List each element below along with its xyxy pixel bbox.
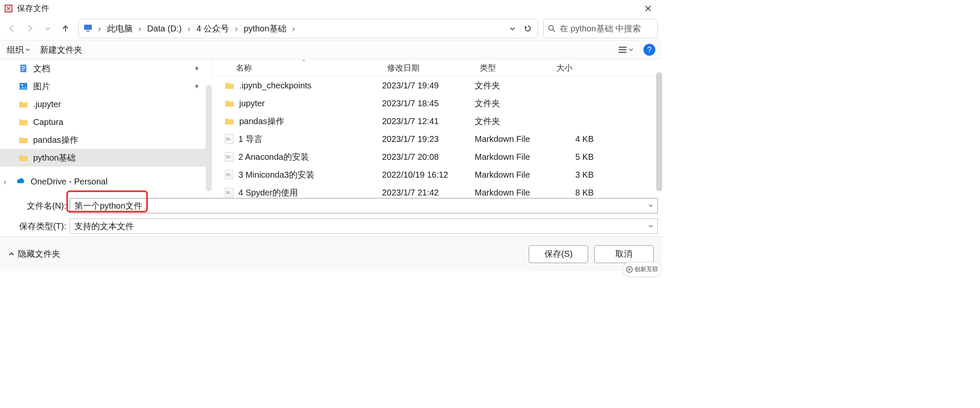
titlebar: 保存文件 xyxy=(0,0,662,17)
file-date: 2023/1/7 18:45 xyxy=(382,99,475,108)
sidebar-item-pictures[interactable]: 图片 xyxy=(0,77,212,95)
sidebar-item-pythonbasic[interactable]: python基础 xyxy=(0,149,212,167)
hide-folders-toggle[interactable]: 隐藏文件夹 xyxy=(8,248,60,260)
sidebar-item-label: 文档 xyxy=(33,63,50,74)
file-name: pandas操作 xyxy=(239,116,284,127)
file-date: 2023/1/7 19:23 xyxy=(382,134,475,144)
chevron-right-icon[interactable]: › xyxy=(3,177,6,187)
list-item[interactable]: M↓1 导言2023/1/7 19:23Markdown File4 KB xyxy=(212,130,662,148)
save-file-dialog: 保存文件 › 此电脑 › Data (D:) › 4 公众号 xyxy=(0,0,662,277)
sidebar-scrollbar[interactable] xyxy=(206,85,212,191)
new-folder-button[interactable]: 新建文件夹 xyxy=(40,44,82,56)
help-button[interactable]: ? xyxy=(643,44,655,56)
toolbar: 组织 新建文件夹 ? xyxy=(0,40,662,60)
sidebar-item-label: Captura xyxy=(33,117,63,127)
search-placeholder: 在 python基础 中搜索 xyxy=(560,23,641,34)
column-header-type[interactable]: 类型 xyxy=(475,62,551,74)
window-title: 保存文件 xyxy=(17,3,49,14)
svg-point-9 xyxy=(21,84,23,86)
list-item[interactable]: pandas操作2023/1/7 12:41文件夹 xyxy=(212,112,662,130)
pc-icon xyxy=(83,23,94,34)
breadcrumb-item-folder2[interactable]: python基础 xyxy=(241,21,290,36)
file-name: jupyter xyxy=(239,99,265,108)
breadcrumb-bar[interactable]: › 此电脑 › Data (D:) › 4 公众号 › python基础 › xyxy=(78,19,538,38)
sidebar-item-jupyter[interactable]: .jupyter xyxy=(0,95,212,113)
pin-icon xyxy=(194,83,200,89)
nav-back-button[interactable] xyxy=(4,21,20,36)
refresh-button[interactable] xyxy=(521,22,535,35)
list-item[interactable]: M↓3 Miniconda3的安装2022/10/19 16:12Markdow… xyxy=(212,166,662,184)
sidebar-item-label: python基础 xyxy=(33,152,76,164)
breadcrumb-item-folder1[interactable]: 4 公众号 xyxy=(193,21,232,36)
chevron-right-icon[interactable]: › xyxy=(292,24,296,34)
chevron-right-icon[interactable]: › xyxy=(187,24,191,34)
background-area xyxy=(0,277,980,408)
svg-point-3 xyxy=(549,26,553,30)
chevron-right-icon[interactable]: › xyxy=(234,24,239,34)
view-options-button[interactable] xyxy=(618,46,633,54)
file-name: 3 Miniconda3的安装 xyxy=(238,169,314,181)
nav-up-button[interactable] xyxy=(58,21,73,36)
search-icon xyxy=(548,25,555,32)
sidebar-item-label: pandas操作 xyxy=(33,134,78,146)
file-type: Markdown File xyxy=(475,170,551,180)
list-item[interactable]: .ipynb_checkpoints2023/1/7 19:49文件夹 xyxy=(212,76,662,94)
file-type: Markdown File xyxy=(475,152,551,162)
svg-rect-5 xyxy=(22,66,25,67)
chevron-right-icon[interactable]: › xyxy=(97,24,102,34)
sidebar-item-captura[interactable]: Captura xyxy=(0,113,212,131)
file-list: ⌃ 名称 修改日期 类型 大小 .ipynb_checkpoints2023/1… xyxy=(212,60,662,196)
nav-recent-dropdown[interactable] xyxy=(40,21,55,36)
svg-rect-2 xyxy=(86,31,90,31)
close-button[interactable] xyxy=(638,2,658,15)
sidebar-item-label: OneDrive - Personal xyxy=(31,177,108,187)
file-date: 2023/1/7 19:49 xyxy=(382,81,475,91)
app-icon xyxy=(4,4,13,13)
filetype-select[interactable]: 支持的文本文件 xyxy=(70,218,658,234)
filetype-row: 保存类型(T): 支持的文本文件 xyxy=(0,216,662,236)
nav-row: › 此电脑 › Data (D:) › 4 公众号 › python基础 › 在… xyxy=(0,17,662,40)
highlight-annotation xyxy=(66,190,148,212)
chevron-up-icon xyxy=(8,251,14,257)
list-item[interactable]: M↓2 Anaconda的安装2023/1/7 20:08Markdown Fi… xyxy=(212,148,662,166)
column-header-name[interactable]: 名称 xyxy=(212,62,382,74)
organize-button[interactable]: 组织 xyxy=(7,44,30,56)
file-name: 1 导言 xyxy=(238,133,263,145)
pin-icon xyxy=(194,65,200,71)
filename-input[interactable]: 第一个python文件 xyxy=(70,198,658,213)
chevron-down-icon[interactable] xyxy=(648,203,653,208)
cancel-button[interactable]: 取消 xyxy=(594,245,654,263)
sidebar-item-onedrive[interactable]: › OneDrive - Personal xyxy=(0,173,212,190)
breadcrumb-item-pc[interactable]: 此电脑 xyxy=(104,21,136,36)
watermark: 创新互联 xyxy=(622,262,662,277)
breadcrumb-dropdown[interactable] xyxy=(506,23,519,34)
column-header-date[interactable]: 修改日期 xyxy=(382,62,475,74)
sidebar-item-label: 图片 xyxy=(33,81,50,92)
file-type: 文件夹 xyxy=(475,98,551,109)
button-bar: 隐藏文件夹 保存(S) 取消 xyxy=(0,236,662,271)
file-name: .ipynb_checkpoints xyxy=(239,81,312,91)
breadcrumb-item-drive[interactable]: Data (D:) xyxy=(144,22,185,35)
search-input[interactable]: 在 python基础 中搜索 xyxy=(543,19,658,38)
file-name: 2 Anaconda的安装 xyxy=(238,151,309,163)
svg-rect-7 xyxy=(22,70,24,71)
file-size: 4 KB xyxy=(551,134,606,144)
file-date: 2022/10/19 16:12 xyxy=(382,170,475,180)
filelist-scrollbar[interactable] xyxy=(656,72,662,191)
sort-caret-icon: ⌃ xyxy=(301,59,306,65)
sidebar-item-pandas[interactable]: pandas操作 xyxy=(0,131,212,149)
svg-rect-1 xyxy=(84,25,92,30)
sidebar-item-documents[interactable]: 文档 xyxy=(0,60,212,77)
column-header-size[interactable]: 大小 xyxy=(551,62,606,74)
file-date: 2023/1/7 12:41 xyxy=(382,116,475,126)
filetype-label: 保存类型(T): xyxy=(4,221,66,232)
chevron-right-icon[interactable]: › xyxy=(138,24,142,34)
sidebar: 文档 图片 .jupyter Captura pandas操作 xyxy=(0,60,212,196)
nav-forward-button[interactable] xyxy=(22,21,37,36)
chevron-down-icon[interactable] xyxy=(648,224,653,229)
save-button[interactable]: 保存(S) xyxy=(529,245,588,263)
list-item[interactable]: jupyter2023/1/7 18:45文件夹 xyxy=(212,94,662,112)
file-type: 文件夹 xyxy=(475,80,551,91)
file-type: Markdown File xyxy=(475,134,551,144)
file-list-header: ⌃ 名称 修改日期 类型 大小 xyxy=(212,60,662,76)
